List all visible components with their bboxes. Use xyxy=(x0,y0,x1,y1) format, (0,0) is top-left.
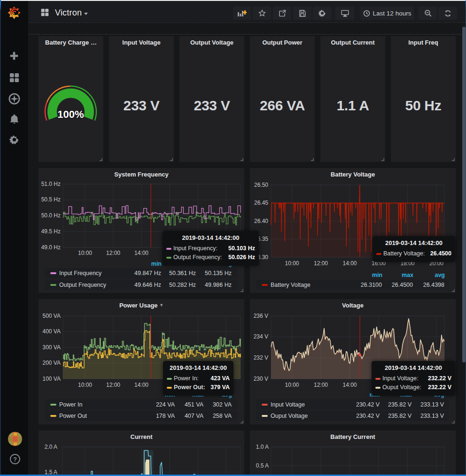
svg-text:?: ? xyxy=(13,456,17,463)
svg-text:100%: 100% xyxy=(57,108,84,120)
